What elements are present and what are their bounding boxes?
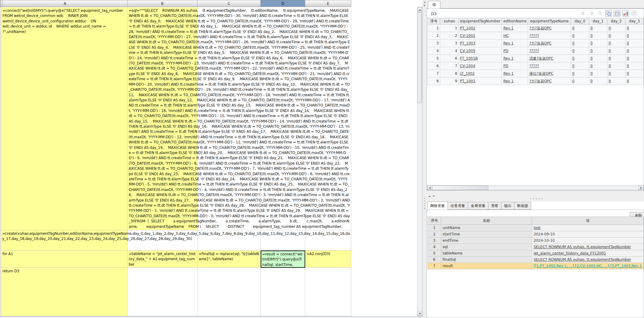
sheet-horizontal-scrollbar[interactable] <box>0 316 423 318</box>
variable-value[interactable]: SELECT ROWNUM AS xuhao, tt.equipmentTagN… <box>532 257 644 263</box>
value-cell[interactable]: 0 <box>571 55 589 62</box>
value-cell[interactable]: 0 <box>571 77 589 85</box>
variable-value[interactable]: jet_alarm_center_history_data_FY12001 <box>532 250 644 257</box>
section-splitter[interactable] <box>427 191 644 202</box>
cell-A1[interactable] <box>1 7 127 230</box>
value-cell[interactable]: 0 <box>625 25 643 32</box>
variables-tab-3[interactable]: 查看 <box>488 202 501 210</box>
value-cell[interactable]: Rev 1 <box>502 25 528 32</box>
col-header-b[interactable]: B <box>127 0 197 7</box>
value-cell[interactable]: 0 <box>589 77 607 85</box>
value-cell[interactable]: 0 <box>571 32 589 40</box>
value-cell[interactable]: 0 <box>607 32 625 40</box>
value-cell[interactable]: ?力?送器OPC <box>528 40 571 47</box>
scroll-up-button[interactable] <box>418 7 422 12</box>
value-cell[interactable]: Rev 1 <box>502 40 528 47</box>
value-cell[interactable]: 0 <box>607 62 625 70</box>
variables-tab-2[interactable]: 全局变量 <box>468 202 488 210</box>
scroll-thumb[interactable] <box>432 185 488 190</box>
zoom-icon[interactable] <box>597 10 603 17</box>
variable-name[interactable]: startTime <box>441 231 532 238</box>
panel-splitter[interactable] <box>423 0 427 318</box>
value-cell[interactable]: 0 <box>625 55 643 62</box>
value-cell[interactable]: PT_1001 <box>459 77 502 85</box>
value-cell[interactable]: 0 <box>589 55 607 62</box>
value-cell[interactable]: 0 <box>589 70 607 77</box>
variable-value[interactable]: 2024-10-10 <box>532 238 644 244</box>
value-col-header[interactable]: 序号 <box>428 18 440 25</box>
value-cell[interactable]: 0 <box>625 32 643 40</box>
value-cell[interactable]: ?力?送器OPC <box>528 25 571 32</box>
value-cell[interactable]: 0 <box>607 25 625 32</box>
value-cell[interactable]: 0 <box>571 25 589 32</box>
value-cell[interactable]: 0 <box>571 62 589 70</box>
value-cell[interactable]: 0 <box>589 47 607 55</box>
value-cell[interactable]: 0 <box>589 25 607 32</box>
value-col-header[interactable]: day_1 <box>589 18 607 25</box>
col-header-d[interactable]: D <box>261 0 305 7</box>
value-cell[interactable]: ????? <box>528 62 571 70</box>
variable-name[interactable]: endTime <box>441 238 532 244</box>
scroll-down-button[interactable] <box>418 311 422 316</box>
value-cell[interactable]: 0 <box>571 40 589 47</box>
variables-tab-4[interactable]: 输出 <box>501 202 514 210</box>
value-horizontal-scrollbar[interactable] <box>427 185 644 190</box>
value-col-header[interactable]: editionName <box>502 18 528 25</box>
value-cell[interactable]: 0 <box>625 47 643 55</box>
cell-A3[interactable] <box>1 251 127 267</box>
value-cell[interactable]: 0 <box>607 77 625 85</box>
value-cell[interactable]: 0 <box>625 62 643 70</box>
variable-value[interactable]: SELECT ROWNUM AS xuhao, tt.equipmentTagN… <box>532 244 644 250</box>
value-cell[interactable]: PD <box>502 47 528 55</box>
forward-icon[interactable] <box>588 10 595 17</box>
value-cell[interactable]: 0 <box>589 32 607 40</box>
variable-name[interactable]: sql <box>441 244 532 250</box>
value-cell[interactable]: Rev 1 <box>502 70 528 77</box>
value-cell[interactable]: 0 <box>607 40 625 47</box>
chart-icon[interactable] <box>622 10 629 17</box>
value-cell[interactable]: 0 <box>625 70 643 77</box>
sheet-vertical-scrollbar[interactable] <box>417 7 422 316</box>
value-col-header[interactable]: day_3 <box>625 18 643 25</box>
value-cell[interactable]: 液位?送器OPC <box>528 70 571 77</box>
splitter-collapse-right-icon[interactable] <box>424 4 425 7</box>
value-cell[interactable]: Rev 1 <box>502 55 528 62</box>
cell-A4[interactable] <box>1 268 127 316</box>
scroll-thumb[interactable] <box>418 12 422 103</box>
value-cell[interactable]: 0 <box>571 70 589 77</box>
value-cell[interactable]: 流量?送器OPC <box>528 55 571 62</box>
variables-tab-5[interactable]: 数据源 <box>514 202 531 210</box>
value-cell[interactable]: 0 <box>607 70 625 77</box>
col-header-e[interactable]: E <box>305 0 351 7</box>
value-col-header[interactable]: equipmentTagNumber <box>459 18 502 25</box>
variable-value[interactable]: test <box>532 225 644 231</box>
variables-tab-0[interactable]: 网格变量 <box>427 202 448 210</box>
variable-name[interactable]: result <box>441 263 532 269</box>
value-cell[interactable]: PD <box>502 62 528 70</box>
variables-tab-1[interactable]: 任务变量 <box>448 202 468 210</box>
value-cell[interactable]: CV-1004 <box>459 62 502 70</box>
value-cell[interactable]: HC <box>502 32 528 40</box>
value-cell[interactable]: PT_1003 <box>459 40 502 47</box>
variable-value[interactable]: 2024-09-10 <box>532 231 644 238</box>
value-col-header[interactable]: equipmentTypeName <box>528 18 571 25</box>
variable-name[interactable]: tableName <box>441 250 532 257</box>
value-cell[interactable]: CV-1005 <box>459 47 502 55</box>
splitter-collapse-down-icon[interactable] <box>433 195 435 197</box>
copy-icon[interactable] <box>605 10 612 17</box>
value-cell[interactable]: PT_1002 <box>459 25 502 32</box>
splitter-collapse-left-icon[interactable] <box>424 1 425 4</box>
variable-name[interactable]: unitName <box>441 225 532 231</box>
scroll-right-button[interactable] <box>639 185 643 190</box>
detail-list-icon[interactable] <box>614 10 620 17</box>
value-cell[interactable]: CV-1002 <box>459 32 502 40</box>
value-cell[interactable]: 0 <box>607 55 625 62</box>
variable-value[interactable]: [[1,PT_1002,Rev 1, ...],[2,CV-1002,HC, .… <box>532 263 644 269</box>
value-cell[interactable]: 0 <box>571 47 589 55</box>
value-cell[interactable]: 0 <box>589 62 607 70</box>
value-col-header[interactable]: day_0 <box>571 18 589 25</box>
value-cell[interactable]: LT_1002 <box>459 70 502 77</box>
variable-name[interactable]: finalSql <box>441 257 532 263</box>
value-cell[interactable]: 0 <box>625 77 643 85</box>
value-cell[interactable]: ????? <box>528 32 571 40</box>
